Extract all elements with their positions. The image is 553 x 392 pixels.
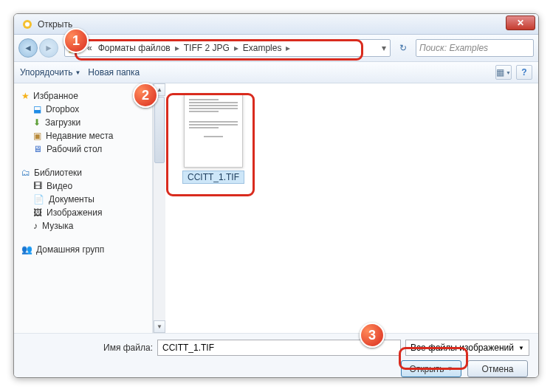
sidebar-item-recent[interactable]: ▣ Недавние места (17, 129, 149, 142)
search-input[interactable]: Поиск: Examples (416, 39, 534, 57)
arrow-left-icon: ◄ (24, 43, 32, 53)
app-icon (21, 18, 33, 30)
annotation-badge-3: 3 (360, 323, 385, 348)
scrollbar-thumb[interactable] (154, 97, 165, 163)
sidebar-item-videos[interactable]: 🎞 Видео (17, 179, 149, 193)
annotation-badge-1: 1 (63, 28, 89, 53)
file-thumbnail (184, 94, 243, 168)
filetype-select[interactable]: Все файлы изображений ▼ (405, 340, 529, 356)
view-mode-button[interactable]: ▦ ▼ (495, 65, 512, 80)
refresh-icon: ↻ (399, 43, 407, 53)
recent-icon: ▣ (33, 131, 41, 141)
sidebar-favorites[interactable]: ★ Избранное (17, 89, 149, 103)
arrow-right-icon: ► (44, 43, 53, 53)
sidebar-homegroup[interactable]: 👥 Домашняя групп (17, 243, 149, 256)
dropbox-icon: ⬓ (33, 104, 41, 114)
file-name: CCITT_1.TIF (182, 171, 244, 184)
sidebar: ★ Избранное ⬓ Dropbox ⬇ Загрузки ▣ Недав… (14, 83, 153, 333)
chevron-right-icon: ▸ (233, 43, 240, 53)
refresh-button[interactable]: ↻ (395, 40, 411, 56)
new-folder-button[interactable]: Новая папка (88, 67, 140, 78)
downloads-icon: ⬇ (33, 117, 41, 128)
star-icon: ★ (21, 91, 30, 101)
music-icon: ♪ (33, 221, 38, 231)
dialog-body: ★ Избранное ⬓ Dropbox ⬇ Загрузки ▣ Недав… (14, 83, 538, 333)
sidebar-item-desktop[interactable]: 🖥 Рабочий стол (17, 142, 149, 156)
libraries-icon: 🗂 (21, 168, 30, 178)
file-list[interactable]: CCITT_1.TIF (165, 83, 538, 333)
forward-button[interactable]: ► (39, 38, 58, 58)
help-icon: ? (521, 67, 526, 78)
thumbnails-icon: ▦ (496, 67, 504, 78)
chevron-down-icon: ▼ (518, 345, 524, 351)
homegroup-icon: 👥 (21, 244, 32, 255)
organize-button[interactable]: Упорядочить ▼ (20, 67, 80, 78)
document-icon: 📄 (33, 194, 44, 204)
pictures-icon: 🖼 (33, 207, 42, 218)
help-button[interactable]: ? (516, 65, 532, 80)
sidebar-scrollbar[interactable]: ▲ ▼ (153, 83, 165, 333)
dialog-window: Открыть ✕ ◄ ► « Форматы файлов ▸ TIFF 2 … (13, 13, 539, 378)
breadcrumb-seg3[interactable]: Examples (240, 43, 285, 53)
breadcrumb-seg2[interactable]: TIFF 2 JPG (181, 43, 233, 53)
close-icon: ✕ (517, 18, 524, 28)
address-dropdown[interactable]: ▾ (378, 43, 390, 53)
annotation-badge-2: 2 (133, 83, 158, 108)
svg-point-1 (25, 22, 30, 27)
window-title: Открыть (38, 19, 72, 30)
sidebar-item-dropbox[interactable]: ⬓ Dropbox (17, 103, 149, 116)
sidebar-item-pictures[interactable]: 🖼 Изображения (17, 206, 149, 219)
sidebar-item-downloads[interactable]: ⬇ Загрузки (17, 116, 149, 129)
bottom-panel: Имя файла: CCITT_1.TIF Все файлы изображ… (14, 333, 538, 377)
sidebar-item-documents[interactable]: 📄 Документы (17, 193, 149, 206)
breadcrumb-seg1[interactable]: Форматы файлов (95, 43, 174, 53)
toolbar: Упорядочить ▼ Новая папка ▦ ▼ ? (14, 61, 538, 83)
open-button[interactable]: Открыть ▼ (401, 360, 461, 377)
chevron-down-icon: ▼ (75, 69, 80, 76)
titlebar: Открыть ✕ (14, 14, 538, 35)
chevron-right-icon: ▸ (174, 43, 181, 53)
cancel-button[interactable]: Отмена (467, 360, 528, 377)
desktop-icon: 🖥 (33, 144, 42, 154)
scroll-down-icon[interactable]: ▼ (154, 320, 165, 333)
address-bar[interactable]: « Форматы файлов ▸ TIFF 2 JPG ▸ Examples… (64, 39, 391, 57)
filename-label: Имя файла: (23, 343, 153, 353)
back-button[interactable]: ◄ (18, 38, 38, 58)
close-button[interactable]: ✕ (506, 16, 535, 30)
sidebar-libraries[interactable]: 🗂 Библиотеки (17, 166, 149, 179)
search-placeholder: Поиск: Examples (419, 43, 488, 53)
sidebar-item-music[interactable]: ♪ Музыка (17, 219, 149, 233)
navbar: ◄ ► « Форматы файлов ▸ TIFF 2 JPG ▸ Exam… (14, 35, 538, 61)
chevron-right-icon: ▸ (284, 43, 292, 53)
chevron-down-icon: ▼ (506, 70, 511, 75)
video-icon: 🎞 (33, 181, 42, 191)
chevron-down-icon: ▼ (447, 365, 453, 372)
file-item[interactable]: CCITT_1.TIF (173, 91, 254, 187)
